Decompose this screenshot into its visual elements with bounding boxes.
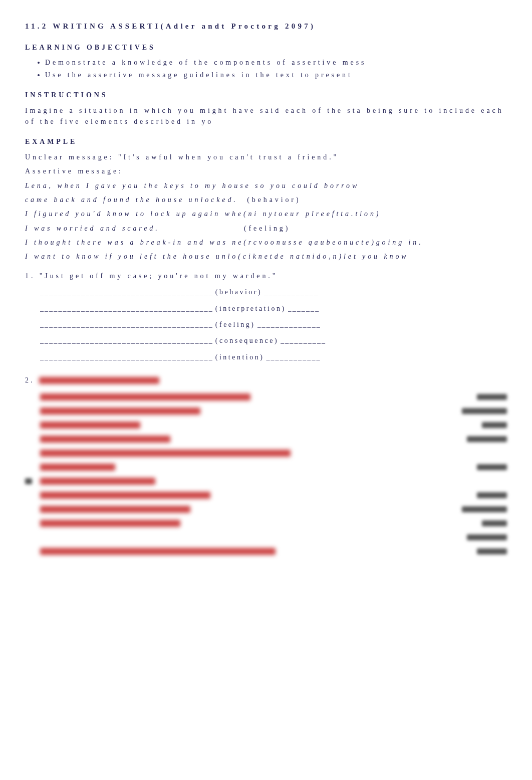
blurred-text xyxy=(40,436,170,443)
blurred-label xyxy=(477,492,507,498)
blurred-label xyxy=(482,520,507,526)
blurred-label xyxy=(467,436,507,442)
objectives-heading: LEARNING OBJECTIVES xyxy=(25,42,507,53)
question-1-text: "Just get off my case; you're not my war… xyxy=(40,272,278,280)
blurred-label xyxy=(477,548,507,554)
blurred-text xyxy=(40,548,276,555)
blurred-text xyxy=(39,377,159,384)
blurred-number xyxy=(25,478,32,484)
behavior-tag: (behavior) xyxy=(247,196,301,204)
blank-feeling[interactable]: ______________________________________ (… xyxy=(40,319,507,330)
example-line-5: I thought there was a break-in and was n… xyxy=(25,237,507,248)
blank-line: ______________________________________ xyxy=(40,287,213,298)
blurred-label xyxy=(482,422,507,428)
objectives-list: Demonstrate a knowledge of the component… xyxy=(45,57,507,81)
question-1: 1. "Just get off my case; you're not my … xyxy=(25,271,507,282)
blurred-text xyxy=(40,408,200,415)
blurred-text xyxy=(40,422,140,429)
blank-behavior[interactable]: ______________________________________ (… xyxy=(40,287,507,298)
blank-tail: _______ xyxy=(288,303,320,314)
assertive-label: Assertive message: xyxy=(25,166,507,177)
blurred-label xyxy=(467,534,507,540)
section-title: 11.2 WRITING ASSERTI(Adler andt Proctorg… xyxy=(25,20,507,32)
blank-line: ______________________________________ xyxy=(40,352,213,363)
blurred-row xyxy=(40,534,507,541)
blurred-text xyxy=(40,478,155,485)
consequence-label: (consequence) xyxy=(215,335,279,346)
blurred-row xyxy=(40,436,507,443)
blurred-label xyxy=(477,464,507,470)
blurred-label xyxy=(462,408,507,414)
question-2: 2. xyxy=(25,375,507,386)
unclear-label: Unclear message: xyxy=(25,153,118,161)
objective-item: Use the assertive message guidelines in … xyxy=(45,70,507,81)
instructions-heading: INSTRUCTIONS xyxy=(25,90,507,101)
example-line-4a: I was worried and scared. xyxy=(25,225,160,232)
blurred-row xyxy=(40,492,507,499)
blank-tail: __________ xyxy=(281,335,326,346)
blank-intention[interactable]: ______________________________________ (… xyxy=(40,352,507,363)
blurred-text xyxy=(40,520,180,527)
example-heading: EXAMPLE xyxy=(25,136,507,147)
blank-tail: ______________ xyxy=(257,319,321,330)
blurred-row xyxy=(40,394,507,401)
blurred-text xyxy=(40,464,115,471)
unclear-message-line: Unclear message: "It's awful when you ca… xyxy=(25,152,507,163)
question-1-number: 1. xyxy=(25,272,35,280)
blank-tail: ____________ xyxy=(264,287,319,298)
example-line-4: I was worried and scared. (feeling) xyxy=(25,223,507,234)
question-2-number: 2. xyxy=(25,375,35,386)
intention-label: (intention) xyxy=(215,352,264,363)
blank-tail: ____________ xyxy=(266,352,321,363)
instructions-text: Imagine a situation in which you might h… xyxy=(25,105,507,128)
blurred-row xyxy=(40,520,507,527)
feeling-label: (feeling) xyxy=(215,319,255,330)
example-line-3: I figured you'd know to lock up again wh… xyxy=(25,209,507,220)
blurred-label xyxy=(462,506,507,512)
blurred-text xyxy=(40,394,250,401)
blurred-text xyxy=(40,506,190,513)
blurred-text xyxy=(40,492,210,499)
blurred-row xyxy=(40,464,507,471)
feeling-tag: (feeling) xyxy=(244,225,290,232)
example-line-6: I want to know if you left the house unl… xyxy=(25,251,507,262)
objective-item: Demonstrate a knowledge of the component… xyxy=(45,57,507,68)
blurred-question-3 xyxy=(25,478,507,485)
example-line-2a: came back and found the house unlocked. xyxy=(25,196,238,204)
blurred-row xyxy=(40,450,507,457)
interpretation-label: (interpretation) xyxy=(215,303,286,314)
blurred-text xyxy=(40,450,291,457)
behavior-label: (behavior) xyxy=(215,287,262,298)
blank-line: ______________________________________ xyxy=(40,319,213,330)
blurred-label xyxy=(477,394,507,400)
blurred-row xyxy=(40,506,507,513)
blank-consequence[interactable]: ______________________________________ (… xyxy=(40,335,507,346)
blurred-row xyxy=(40,422,507,429)
blurred-row xyxy=(40,548,507,555)
blank-interpretation[interactable]: ______________________________________ (… xyxy=(40,303,507,314)
blurred-row xyxy=(40,408,507,415)
example-line-1: Lena, when I gave you the keys to my hou… xyxy=(25,180,507,191)
unclear-text: "It's awful when you can't trust a frien… xyxy=(118,153,339,161)
blank-line: ______________________________________ xyxy=(40,335,213,346)
blank-line: ______________________________________ xyxy=(40,303,213,314)
example-line-2: came back and found the house unlocked. … xyxy=(25,194,507,206)
